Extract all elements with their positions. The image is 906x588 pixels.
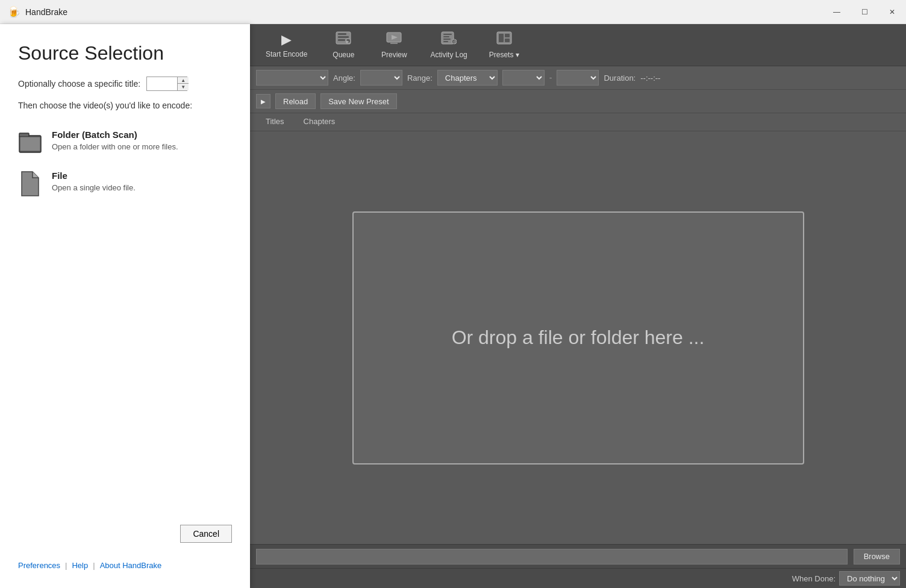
save-preset-button[interactable]: Save New Preset	[320, 93, 396, 109]
app-name: HandBrake	[25, 7, 67, 17]
file-option-text: File Open a single video file.	[52, 169, 136, 192]
source-selection-title: Source Selection	[18, 42, 232, 64]
about-link[interactable]: About HandBrake	[100, 561, 162, 570]
controls-bar: Angle: Range: Chapters - Duration: --:--…	[250, 66, 906, 90]
title-bar: 🍺 HandBrake — ☐ ✕	[0, 0, 906, 24]
window-controls: — ☐ ✕	[823, 0, 906, 24]
main-container: Source Selection Optionally choose a spe…	[0, 24, 906, 588]
chapter-end-select[interactable]	[557, 70, 599, 86]
app-icon: 🍺	[7, 5, 20, 19]
angle-label: Angle:	[333, 74, 355, 83]
folder-icon	[18, 128, 42, 157]
folder-option[interactable]: Folder (Batch Scan) Open a folder with o…	[18, 122, 232, 163]
tabs-bar: Titles Chapters	[250, 113, 906, 131]
range-separator: -	[549, 73, 552, 83]
when-done-select[interactable]: Do nothing	[839, 571, 900, 586]
start-encode-label: Start Encode	[266, 50, 307, 58]
range-select[interactable]: Chapters	[437, 70, 498, 86]
title-input[interactable]	[147, 77, 177, 90]
tab-titles[interactable]: Titles	[256, 113, 294, 131]
svg-rect-5	[338, 36, 349, 38]
sep2: |	[93, 561, 95, 570]
sep1: |	[65, 561, 67, 570]
drop-zone-text: Or drop a file or folder here ...	[452, 327, 705, 349]
preview-icon	[386, 31, 402, 48]
svg-text:▶: ▶	[346, 40, 349, 43]
svg-rect-11	[390, 43, 398, 44]
bottom-links: Preferences | Help | About HandBrake	[18, 561, 232, 576]
start-encode-icon: ▶	[281, 32, 292, 48]
folder-option-text: Folder (Batch Scan) Open a folder with o…	[52, 128, 178, 151]
file-option-title: File	[52, 169, 136, 182]
title-spinner[interactable]: ▲ ▼	[146, 77, 187, 91]
source-selection-panel: Source Selection Optionally choose a spe…	[0, 24, 250, 588]
svg-rect-4	[338, 33, 346, 35]
title-selector-row: Optionally choose a specific title: ▲ ▼	[18, 77, 232, 91]
preview-label: Preview	[381, 51, 407, 59]
preview-button[interactable]: Preview	[370, 28, 418, 63]
folder-option-title: Folder (Batch Scan)	[52, 128, 178, 141]
spinner-down-button[interactable]: ▼	[178, 84, 189, 90]
source-select[interactable]	[256, 70, 328, 86]
presets-label: Presets ▾	[489, 51, 519, 59]
svg-rect-13	[443, 34, 452, 35]
toolbar: ▶ Start Encode ▶ Queue	[250, 24, 906, 66]
svg-rect-1	[19, 133, 29, 137]
app-title: 🍺 HandBrake	[7, 5, 67, 19]
help-link[interactable]: Help	[72, 561, 88, 570]
tab-chapters[interactable]: Chapters	[294, 113, 345, 131]
minimize-button[interactable]: —	[823, 0, 851, 24]
presets-area: ▶ Reload Save New Preset	[250, 90, 906, 113]
svg-rect-21	[505, 34, 510, 37]
start-encode-button[interactable]: ▶ Start Encode	[256, 28, 317, 62]
svg-rect-16	[443, 41, 448, 42]
svg-rect-20	[499, 34, 504, 42]
activity-log-icon: ⚙	[441, 31, 457, 48]
queue-button[interactable]: ▶ Queue	[319, 28, 367, 63]
content-area: Or drop a file or folder here ...	[250, 131, 906, 544]
browse-button[interactable]: Browse	[854, 549, 900, 565]
right-panel: ▶ Start Encode ▶ Queue	[250, 24, 906, 588]
spinner-up-button[interactable]: ▲	[178, 77, 189, 84]
queue-label: Queue	[333, 51, 354, 59]
duration-label: Duration:	[604, 74, 636, 83]
maximize-button[interactable]: ☐	[851, 0, 878, 24]
reload-button[interactable]: Reload	[275, 93, 316, 109]
destination-input[interactable]	[256, 549, 848, 565]
preferences-link[interactable]: Preferences	[18, 561, 60, 570]
folder-option-desc: Open a folder with one or more files.	[52, 142, 178, 151]
cancel-button[interactable]: Cancel	[180, 525, 232, 543]
chapter-start-select[interactable]	[502, 70, 545, 86]
svg-rect-22	[505, 39, 510, 42]
presets-icon	[496, 31, 512, 48]
activity-log-button[interactable]: ⚙ Activity Log	[420, 28, 476, 63]
choose-label: Then choose the video(s) you'd like to e…	[18, 101, 232, 110]
svg-rect-6	[338, 39, 345, 41]
queue-icon: ▶	[336, 31, 351, 48]
title-label: Optionally choose a specific title:	[18, 79, 140, 89]
svg-rect-15	[443, 39, 451, 40]
when-done-label: When Done:	[792, 574, 836, 583]
file-icon	[18, 169, 42, 198]
preset-arrow-button[interactable]: ▶	[256, 94, 270, 108]
drop-zone[interactable]: Or drop a file or folder here ...	[352, 211, 804, 464]
range-label: Range:	[407, 74, 433, 83]
presets-button[interactable]: Presets ▾	[480, 28, 529, 63]
file-option-desc: Open a single video file.	[52, 183, 136, 192]
spinner-controls: ▲ ▼	[177, 77, 188, 90]
activity-log-label: Activity Log	[430, 51, 467, 59]
destination-bar: Browse	[250, 544, 906, 568]
svg-rect-2	[20, 137, 40, 151]
file-option[interactable]: File Open a single video file.	[18, 163, 232, 204]
close-button[interactable]: ✕	[878, 0, 906, 24]
when-done-bar: When Done: Do nothing	[250, 568, 906, 588]
svg-text:⚙: ⚙	[453, 40, 457, 44]
svg-rect-14	[443, 36, 449, 37]
duration-value: --:--:--	[640, 74, 660, 83]
angle-select[interactable]	[360, 70, 402, 86]
